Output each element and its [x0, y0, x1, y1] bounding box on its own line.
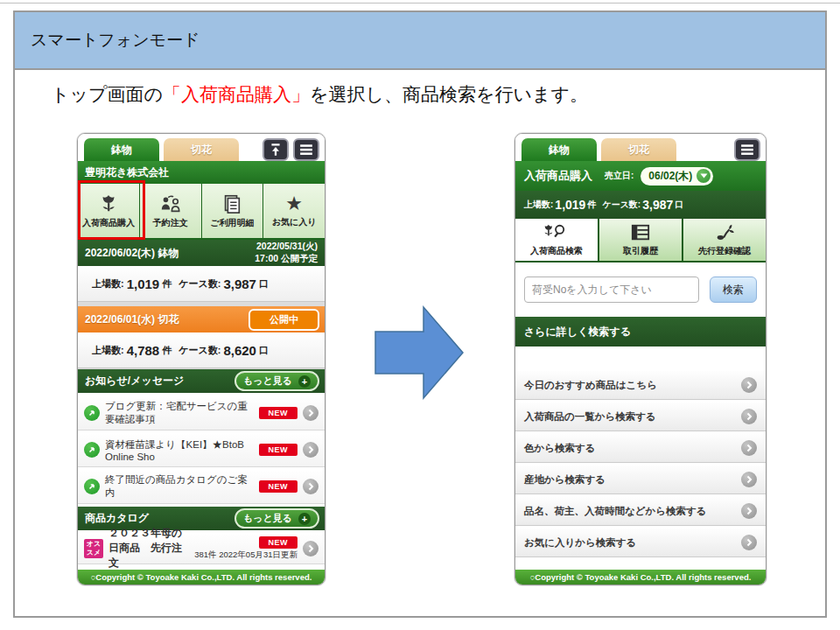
recommend-badge-line: オス — [87, 540, 101, 549]
search-mode-tabs: 入荷商品検索 取引履歴 先行登録確認 — [515, 219, 766, 262]
news-item[interactable]: ブログ更新：宅配サービスの重要確認事項 NEW — [78, 396, 325, 430]
arrival-stats-bar: 上場数: 1,019 件 ケース数: 3,987 口 — [515, 191, 766, 219]
menu-button[interactable] — [293, 138, 319, 161]
sale-date-value: 06/02(木) — [648, 169, 692, 184]
chevron-down-icon — [696, 169, 710, 183]
search-link-row[interactable]: 品名、荷主、入荷時間などから検索する — [515, 497, 766, 526]
news-item[interactable]: 終了間近の商品カタログのご案内 NEW — [78, 470, 325, 504]
news-item-title: ブログ更新：宅配サービスの重要確認事項 — [105, 400, 254, 426]
search-link-row[interactable]: お気に入りから検索する — [515, 528, 766, 557]
copyright-footer: ○Copyright © Toyoake Kaki Co.,LTD. All r… — [515, 570, 766, 584]
chevron-right-icon — [741, 409, 757, 424]
search-link-row[interactable]: 今日のおすすめ商品はこちら — [515, 371, 766, 400]
tile-usage-details-label: ご利用明細 — [210, 217, 254, 229]
publish-time: 17:00 公開予定 — [255, 253, 318, 263]
stat-unit: 口 — [675, 199, 683, 211]
catalog-more-button[interactable]: もっと見る + — [234, 508, 319, 528]
recommend-badge-line: スメ — [87, 549, 101, 557]
news-more-button[interactable]: もっと見る + — [234, 371, 319, 391]
tile-reserve-order[interactable]: 予約注文 — [140, 184, 201, 238]
chevron-right-icon — [303, 405, 318, 421]
stat-unit: 件 — [587, 199, 596, 211]
stat-value: 3,987 — [223, 276, 256, 291]
left-phone-screenshot: 鉢物 切花 — [77, 133, 326, 585]
stat-label: 上場数: — [524, 199, 553, 211]
stat-label: 上場数: — [92, 277, 124, 290]
scroll-to-top-button[interactable] — [262, 138, 289, 161]
tab-potted[interactable]: 鉢物 — [84, 138, 159, 161]
stat-label: ケース数: — [178, 277, 220, 290]
link-arrow-icon — [84, 405, 100, 421]
cargo-no-search-area: 検索 — [515, 262, 766, 317]
tab-transaction-history[interactable]: 取引履歴 — [599, 219, 682, 261]
link-arrow-icon — [84, 442, 100, 458]
documents-icon — [221, 193, 242, 214]
sale-date-dropdown[interactable]: 06/02(木) — [640, 167, 713, 186]
open-now-button[interactable]: 公開中 — [248, 309, 319, 331]
potted-date: 2022/06/02(木) 鉢物 — [85, 246, 178, 261]
slide-title-banner: スマートフォンモード — [13, 10, 827, 68]
stat-label: ケース数: — [178, 344, 220, 357]
detailed-search-title: さらに詳しく検索する — [524, 325, 631, 340]
search-link-row[interactable]: 色から検索する — [515, 434, 766, 463]
tab-cutflower[interactable]: 切花 — [164, 138, 239, 161]
stat-label: ケース数: — [602, 199, 640, 211]
publish-date: 2022/05/31(火) — [256, 241, 318, 251]
more-label: もっと見る — [243, 512, 292, 525]
catalog-item-title: ２０２３年母の日商品 先行注文 — [108, 526, 189, 570]
catalog-item-meta: 381件 2022年05月31日更新 — [194, 550, 298, 561]
next-step-arrow — [374, 304, 466, 401]
sprout-icon — [714, 223, 735, 242]
tab-arrival-search[interactable]: 入荷商品検索 — [515, 219, 598, 261]
sale-date-label: 売立日: — [605, 170, 634, 182]
tab-cutflower[interactable]: 切花 — [601, 138, 676, 161]
search-button[interactable]: 検索 — [710, 276, 757, 303]
tile-usage-details[interactable]: ご利用明細 — [202, 184, 263, 238]
slide-page: スマートフォンモード トップ画面の「入荷商品購入」を選択し、商品検索を行います。… — [0, 0, 840, 630]
stat-unit: 口 — [259, 277, 269, 290]
chevron-right-icon — [303, 442, 318, 458]
tile-favorites[interactable]: ★ お気に入り — [263, 184, 325, 238]
stat-unit: 件 — [162, 277, 172, 290]
search-link-row[interactable]: 産地から検索する — [515, 466, 766, 494]
search-link-label: 入荷商品の一覧から検索する — [524, 410, 656, 424]
potted-publish-notice: 2022/05/31(火) 17:00 公開予定 — [255, 241, 318, 264]
cutflower-date: 2022/06/01(水) 切花 — [85, 312, 178, 327]
tile-favorites-label: お気に入り — [272, 216, 317, 228]
tile-reserve-order-label: 予約注文 — [153, 217, 188, 229]
right-phone-screenshot: 鉢物 切花 入荷商品購入 売立日: 06/02(木) — [514, 133, 766, 585]
new-badge: NEW — [259, 480, 298, 493]
left-tab-row: 鉢物 切花 — [78, 134, 325, 161]
instruction-highlight: 「入荷商品購入」 — [163, 84, 310, 104]
stat-label: 上場数: — [92, 344, 124, 357]
stat-unit: 口 — [259, 344, 269, 357]
tab-cutflower-label: 切花 — [628, 143, 649, 158]
screen-title: 入荷商品購入 — [524, 168, 592, 184]
plus-icon: + — [298, 513, 311, 525]
cargo-no-input[interactable] — [524, 276, 699, 303]
slide-top-border — [0, 3, 840, 4]
recommend-badge: オス スメ — [84, 539, 103, 558]
purchase-title-bar: 入荷商品購入 売立日: 06/02(木) — [515, 161, 766, 191]
news-item-title: 終了間近の商品カタログのご案内 — [105, 473, 254, 500]
new-badge: NEW — [259, 407, 298, 419]
company-name: 豊明花き株式会社 — [85, 165, 169, 180]
tab-potted[interactable]: 鉢物 — [522, 138, 597, 161]
catalog-header-title: 商品カタログ — [85, 511, 149, 526]
potted-stats-row: 上場数: 1,019 件 ケース数: 3,987 口 — [78, 266, 325, 302]
stat-value: 1,019 — [555, 198, 585, 212]
search-link-row[interactable]: 入荷商品の一覧から検索する — [515, 402, 766, 431]
tab-advance-registration[interactable]: 先行登録確認 — [683, 219, 766, 261]
news-item[interactable]: 資材種苗課より【KEI】★BtoB Online Sho NEW — [78, 433, 325, 467]
instruction-suffix: を選択し、商品検索を行います。 — [310, 84, 588, 104]
menu-button[interactable] — [734, 138, 760, 161]
instruction-prefix: トップ画面の — [51, 84, 163, 104]
tab-potted-label: 鉢物 — [111, 143, 132, 158]
highlight-red-box — [78, 180, 145, 240]
search-link-label: 産地から検索する — [524, 473, 606, 486]
stat-value: 3,987 — [642, 198, 673, 212]
catalog-item[interactable]: オス スメ ２０２３年母の日商品 先行注文 NEW 381件 2022年05月3… — [78, 533, 325, 564]
news-header-title: お知らせ/メッセージ — [85, 374, 184, 388]
tab-transaction-history-label: 取引履歴 — [623, 245, 658, 257]
chevron-right-icon — [741, 440, 757, 456]
